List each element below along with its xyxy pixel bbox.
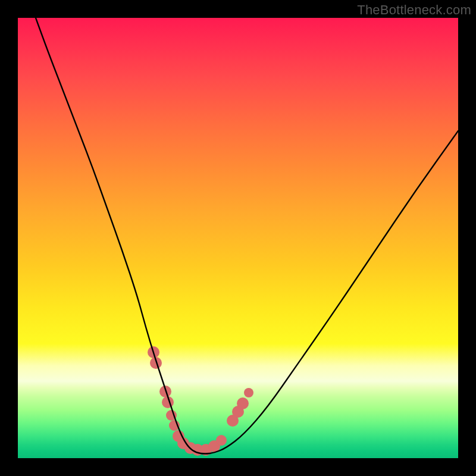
watermark-text: TheBottleneck.com [357, 2, 471, 18]
chart-frame: TheBottleneck.com [0, 0, 476, 476]
plot-area [18, 18, 458, 458]
bottleneck-curve [18, 18, 458, 458]
